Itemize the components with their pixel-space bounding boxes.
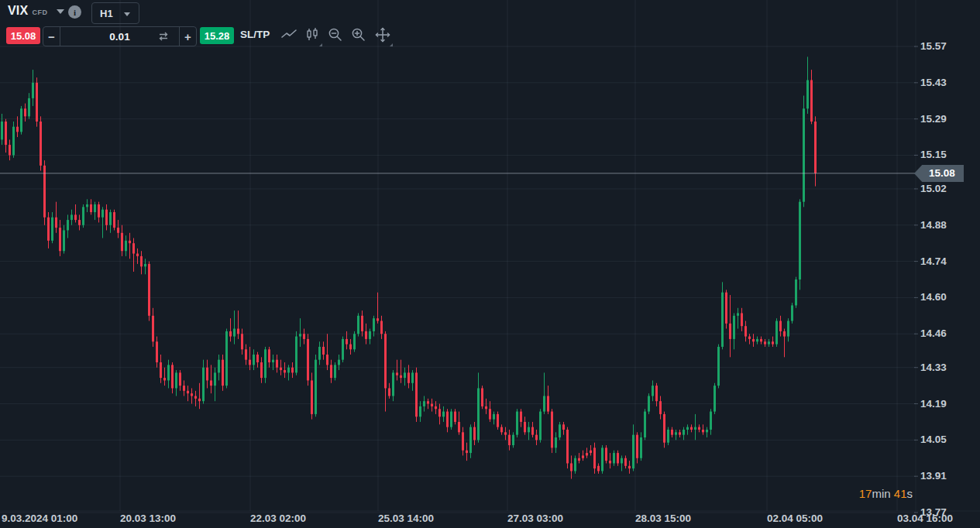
price-tick-label: 14.33 xyxy=(920,362,947,373)
current-price-tag: 15.08 xyxy=(914,165,964,182)
time-tick-label: 9.03.2024 01:00 xyxy=(2,513,77,524)
symbol-selector[interactable]: VIX CFD xyxy=(8,4,64,18)
dropdown-corner-mark xyxy=(319,43,322,46)
price-tick-label: 15.57 xyxy=(920,40,947,52)
chart-header: VIX CFD i H1 xyxy=(0,0,980,25)
instrument-type-label: CFD xyxy=(32,9,47,16)
time-tick-label: 20.03 13:00 xyxy=(120,513,176,524)
quantity-decrease-button[interactable]: − xyxy=(43,27,60,46)
price-tick-label: 14.60 xyxy=(920,291,947,303)
price-tick-label: 14.05 xyxy=(920,434,947,445)
countdown-minutes: 17 xyxy=(859,487,872,500)
timeframe-label: H1 xyxy=(100,8,113,19)
countdown-seconds-unit: s xyxy=(907,487,913,500)
symbol-name: VIX xyxy=(8,4,28,18)
candlestick-chart-canvas[interactable] xyxy=(0,0,980,528)
candlestick-type-icon[interactable] xyxy=(304,26,321,43)
candle-countdown: 17min 41s xyxy=(859,487,913,500)
pan-icon[interactable] xyxy=(374,26,391,43)
sltp-button[interactable]: SL/TP xyxy=(240,29,270,40)
price-tick-label: 14.19 xyxy=(920,398,947,410)
zoom-in-icon[interactable] xyxy=(350,26,367,43)
countdown-minutes-unit: min xyxy=(872,487,893,500)
chevron-down-icon xyxy=(57,9,64,14)
price-tick-label: 14.74 xyxy=(920,255,947,267)
price-tick-label: 14.46 xyxy=(920,327,947,339)
countdown-seconds: 41 xyxy=(894,487,907,500)
buy-price-button[interactable]: 15.28 xyxy=(200,27,234,44)
zoom-out-icon[interactable] xyxy=(327,26,344,43)
price-tick-label: 14.88 xyxy=(920,219,947,231)
time-tick-label: 03.04 16:00 xyxy=(897,513,953,524)
price-tick-label: 15.15 xyxy=(920,149,947,160)
time-tick-label: 25.03 14:00 xyxy=(378,513,434,524)
price-tick-label: 15.29 xyxy=(920,113,947,125)
price-tick-label: 13.91 xyxy=(920,470,947,482)
dropdown-corner-mark xyxy=(390,43,393,46)
info-icon[interactable]: i xyxy=(68,5,81,19)
units-toggle-icon[interactable] xyxy=(157,30,170,46)
time-tick-label: 27.03 03:00 xyxy=(507,513,563,524)
price-tick-label: 15.02 xyxy=(920,183,947,194)
sell-price-button[interactable]: 15.08 xyxy=(6,27,40,44)
quantity-value: 0.01 xyxy=(109,31,129,43)
quantity-stepper: − 0.01 + xyxy=(43,26,197,46)
time-tick-label: 02.04 05:00 xyxy=(767,513,823,524)
timeframe-selector[interactable]: H1 xyxy=(91,2,139,24)
trading-platform-window: 15.5715.4315.2915.1515.0214.8814.7414.60… xyxy=(0,0,980,528)
chevron-down-icon xyxy=(124,12,130,16)
price-tick-label: 15.43 xyxy=(920,77,947,88)
trend-line-icon[interactable] xyxy=(280,26,297,43)
quantity-increase-button[interactable]: + xyxy=(179,27,196,46)
time-tick-label: 28.03 15:00 xyxy=(635,513,691,524)
quantity-field[interactable]: 0.01 xyxy=(60,27,179,46)
time-tick-label: 22.03 02:00 xyxy=(250,513,306,524)
